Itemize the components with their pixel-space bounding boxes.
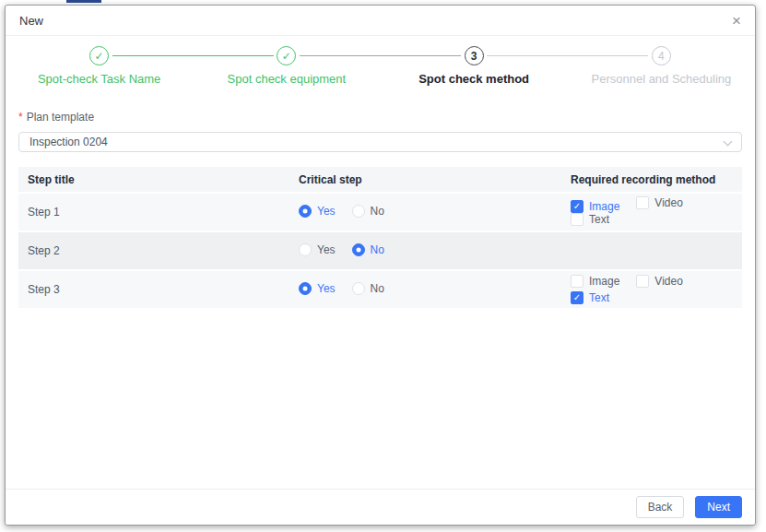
checkbox-label: Image (589, 200, 619, 213)
radio-icon (352, 243, 365, 256)
recording-method-cell: ImageVideoText (561, 196, 742, 229)
radio-label: No (371, 243, 384, 256)
checkbox-label: Text (589, 213, 609, 226)
checkbox-option-text[interactable]: Text (571, 213, 609, 226)
plan-template-select[interactable]: Inspection 0204 (18, 132, 742, 152)
checkbox-icon (571, 200, 583, 213)
step-label: Spot-check Task Name (6, 72, 193, 86)
checkbox-icon (571, 213, 583, 226)
stepper-line (300, 55, 381, 56)
close-icon[interactable]: × (732, 13, 741, 29)
checkbox-option-image[interactable]: Image (571, 275, 619, 288)
radio-label: Yes (317, 282, 336, 295)
checkbox-label: Video (654, 196, 682, 209)
stepper-line (487, 55, 568, 56)
radio-option-yes[interactable]: Yes (299, 282, 336, 295)
checkbox-option-image[interactable]: Image (571, 200, 619, 213)
step-number-icon: 3 (465, 46, 484, 65)
plan-template-label-text: Plan template (27, 111, 94, 124)
checkbox-label: Text (589, 291, 609, 304)
step-check-icon: ✓ (89, 46, 109, 65)
table-row: Step 2YesNo (18, 232, 742, 269)
radio-icon (299, 205, 312, 218)
step-label: Personnel and Scheduling (568, 72, 755, 86)
stepper-step-1: ✓Spot-check Task Name (6, 46, 193, 86)
column-critical-step: Critical step (289, 173, 561, 186)
table-rows: Step 1YesNoImageVideoTextStep 2YesNoStep… (18, 194, 742, 308)
radio-icon (299, 243, 312, 256)
checkbox-option-video[interactable]: Video (636, 196, 682, 209)
plan-template-label: *Plan template (18, 111, 742, 124)
stepper-line (112, 55, 194, 56)
required-asterisk: * (18, 111, 23, 124)
step-label: Spot check method (381, 72, 568, 86)
step-title-cell: Step 3 (18, 283, 289, 296)
table-header: Step title Critical step Required record… (18, 167, 742, 192)
table-row: Step 1YesNoImageVideoText (18, 194, 742, 231)
step-title-cell: Step 1 (18, 206, 289, 219)
radio-option-no[interactable]: No (352, 205, 384, 218)
radio-option-no[interactable]: No (352, 243, 384, 256)
modal-title: New (19, 14, 43, 28)
modal-footer: Back Next (6, 489, 755, 525)
radio-label: No (371, 205, 384, 218)
stepper-step-4: 4Personnel and Scheduling (568, 46, 755, 86)
step-title-cell: Step 2 (18, 244, 289, 257)
column-required-recording-method: Required recording method (561, 173, 742, 186)
checkbox-option-video[interactable]: Video (636, 275, 682, 288)
steps-table: Step title Critical step Required record… (18, 167, 742, 308)
radio-option-yes[interactable]: Yes (299, 243, 336, 256)
stepper-step-3: 3Spot check method (381, 46, 568, 86)
critical-step-cell: YesNo (289, 243, 561, 259)
radio-label: Yes (317, 243, 336, 256)
critical-step-cell: YesNo (289, 205, 561, 220)
new-task-modal: New × ✓Spot-check Task Name✓Spot check e… (5, 5, 756, 526)
radio-icon (352, 205, 365, 218)
step-label: Spot check equipment (193, 72, 380, 86)
back-button[interactable]: Back (636, 496, 685, 518)
step-number-icon: 4 (652, 46, 671, 65)
critical-step-cell: YesNo (289, 282, 561, 298)
radio-label: Yes (317, 205, 336, 218)
checkbox-icon (636, 196, 649, 209)
plan-template-value: Inspection 0204 (29, 136, 108, 148)
radio-option-yes[interactable]: Yes (299, 205, 336, 218)
checkbox-option-text[interactable]: Text (571, 291, 609, 304)
checkbox-icon (571, 275, 583, 288)
stepper-line (193, 55, 274, 56)
radio-label: No (371, 282, 384, 295)
recording-method-cell: ImageVideoText (561, 275, 742, 304)
checkbox-label: Video (654, 275, 682, 288)
radio-icon (352, 282, 365, 295)
radio-icon (299, 282, 312, 295)
step-check-icon: ✓ (277, 46, 296, 65)
radio-option-no[interactable]: No (352, 282, 384, 295)
stepper: ✓Spot-check Task Name✓Spot check equipme… (6, 46, 755, 86)
background-page-accent (66, 0, 101, 3)
stepper-line (381, 55, 462, 56)
stepper-line (568, 55, 649, 56)
table-row: Step 3YesNoImageVideoText (18, 271, 742, 308)
chevron-down-icon (724, 137, 733, 147)
stepper-step-2: ✓Spot check equipment (193, 46, 380, 86)
next-button[interactable]: Next (695, 496, 742, 518)
checkbox-label: Image (589, 275, 619, 288)
modal-body: *Plan template Inspection 0204 Step titl… (6, 111, 755, 308)
checkbox-icon (636, 275, 649, 288)
column-step-title: Step title (18, 173, 289, 186)
checkbox-icon (571, 291, 583, 304)
modal-header: New × (6, 6, 755, 36)
